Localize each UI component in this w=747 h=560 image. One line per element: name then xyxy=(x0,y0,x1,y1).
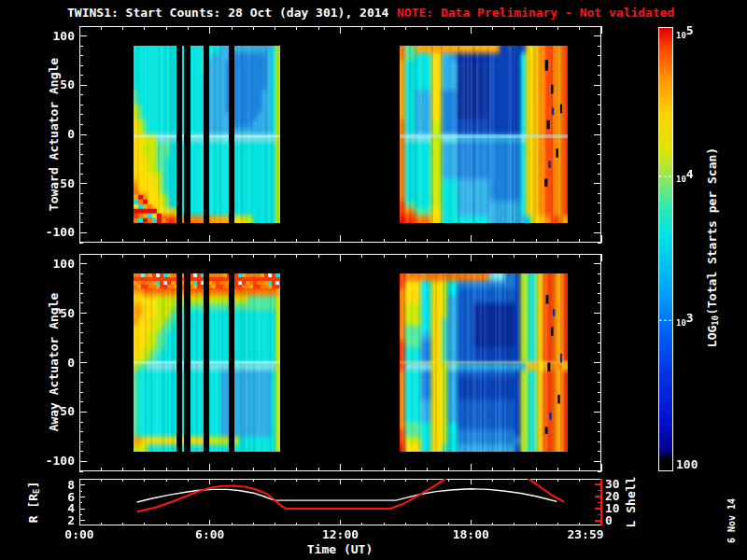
y-tick-label: 100 xyxy=(34,30,75,42)
colorbar-zero-bin xyxy=(659,459,672,470)
colorbar-label: LOG10(Total Starts per Scan) xyxy=(705,147,720,347)
heatmap-block-canvas-1 xyxy=(400,46,568,223)
preliminary-note: NOTE: Data Preliminary - Not validated xyxy=(397,7,674,20)
x-tick-label: 6:00 xyxy=(195,528,224,540)
colorbar-tick-label: 100 xyxy=(676,458,698,470)
x-axis-label: Time (UT) xyxy=(307,543,373,556)
x-tick-label: 12:00 xyxy=(322,528,359,540)
x-tick-label: 23:59 xyxy=(567,528,603,540)
twins-spectrogram-figure: TWINS1: Start Counts: 28 Oct (day 301), … xyxy=(0,0,747,560)
y-tick-label: 50 xyxy=(34,307,75,319)
page-title: TWINS1: Start Counts: 28 Oct (day 301), … xyxy=(67,7,388,20)
y-tick-label: -50 xyxy=(34,405,75,417)
y-tick-label: 50 xyxy=(34,78,75,91)
r-tick-label: 8 xyxy=(34,479,75,491)
l-tick-label: 0 xyxy=(605,514,633,526)
colorbar-tick-label: 103 xyxy=(676,312,694,329)
datestamp: 6 Nov 14 xyxy=(726,498,737,543)
heatmap-block-canvas-3 xyxy=(400,273,568,452)
colorbar-tick-label: 104 xyxy=(676,168,694,186)
colorbar-tick-label: 105 xyxy=(676,24,694,42)
y-tick-label: -100 xyxy=(34,455,75,467)
y-tick-label: -50 xyxy=(34,177,75,189)
x-tick-label: 18:00 xyxy=(453,528,489,540)
colorbar-gradient xyxy=(659,28,672,460)
y-tick-label: 0 xyxy=(34,357,75,369)
y-tick-label: -100 xyxy=(34,226,75,238)
y-tick-label: 0 xyxy=(34,128,75,140)
r-tick-label: 2 xyxy=(34,514,75,526)
heatmap-block-canvas-2 xyxy=(134,273,280,452)
heatmap-block-canvas-0 xyxy=(134,46,280,223)
x-tick-label: 0:00 xyxy=(64,528,93,540)
colorbar xyxy=(658,27,673,471)
y-tick-label: 100 xyxy=(34,258,75,270)
